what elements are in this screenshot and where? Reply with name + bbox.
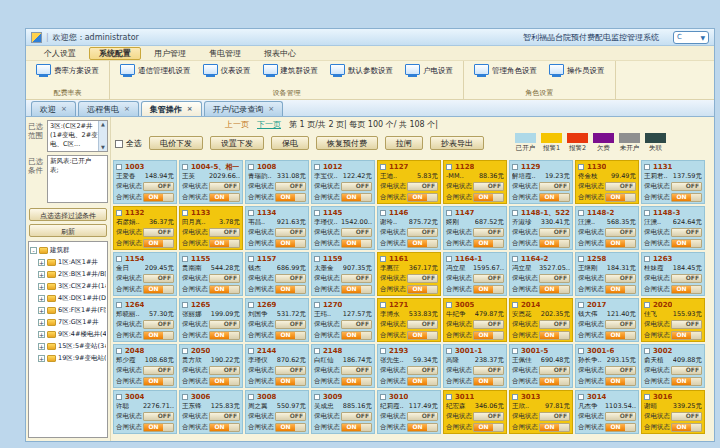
switch-toggle-on[interactable]: ON <box>407 239 438 248</box>
power-protect-toggle-off[interactable]: OFF <box>341 320 372 329</box>
meter-card[interactable]: 1130佟金枝99.49元保电状态OFF合闸状态ON <box>575 160 639 204</box>
power-protect-toggle-off[interactable]: OFF <box>143 412 174 421</box>
select-all[interactable]: 全选 <box>115 138 142 149</box>
tree-root[interactable]: -建筑群 <box>30 244 106 256</box>
card-checkbox[interactable] <box>578 256 584 262</box>
power-protect-toggle-off[interactable]: OFF <box>473 320 504 329</box>
card-checkbox[interactable] <box>512 302 518 308</box>
power-protect-toggle-off[interactable]: OFF <box>143 366 174 375</box>
power-protect-toggle-off[interactable]: OFF <box>671 412 702 421</box>
switch-toggle-on[interactable]: ON <box>275 423 306 432</box>
power-protect-toggle-off[interactable]: OFF <box>473 228 504 237</box>
meter-card[interactable]: 1146谢玲..875.72元保电状态OFF合闸状态ON <box>377 206 441 250</box>
card-checkbox[interactable] <box>314 394 320 400</box>
meter-card[interactable]: 1134韦昌..921.63元保电状态OFF合闸状态ON <box>245 206 309 250</box>
selected-range-box[interactable]: 3区:(C区2#井 (1#变电、2#变电、C区... ▲▼ <box>47 120 108 152</box>
switch-toggle-on[interactable]: ON <box>209 285 240 294</box>
meter-card[interactable]: 3014凡杰争1103.54..保电状态OFF合闸状态ON <box>575 390 639 434</box>
meter-card[interactable]: 1148-2汪漂..568.35元保电状态OFF合闸状态ON <box>575 206 639 250</box>
power-protect-toggle-off[interactable]: OFF <box>341 366 372 375</box>
meter-card[interactable]: 1129解培霞..19.23元保电状态OFF合闸状态ON <box>509 160 573 204</box>
power-protect-toggle-off[interactable]: OFF <box>209 412 240 421</box>
switch-toggle-on[interactable]: ON <box>341 193 372 202</box>
card-checkbox[interactable] <box>116 394 122 400</box>
switch-toggle-on[interactable]: ON <box>539 239 570 248</box>
meter-card[interactable]: 1148-3汪漂..624.64元保电状态OFF合闸状态ON <box>641 206 705 250</box>
switch-toggle-on[interactable]: ON <box>209 423 240 432</box>
expand-icon[interactable]: + <box>38 355 45 362</box>
card-checkbox[interactable] <box>446 164 452 170</box>
power-protect-toggle-off[interactable]: OFF <box>473 366 504 375</box>
switch-toggle-on[interactable]: ON <box>275 331 306 340</box>
card-checkbox[interactable] <box>578 164 584 170</box>
switch-toggle-on[interactable]: ON <box>605 193 636 202</box>
power-protect-toggle-off[interactable]: OFF <box>671 320 702 329</box>
power-protect-toggle-off[interactable]: OFF <box>407 366 438 375</box>
switch-toggle-on[interactable]: ON <box>275 285 306 294</box>
power-protect-toggle-off[interactable]: OFF <box>539 274 570 283</box>
toolbar-button[interactable]: 恢复预付费 <box>316 136 378 150</box>
expand-icon[interactable]: + <box>38 307 45 314</box>
menu-tab[interactable]: 个人设置 <box>34 47 86 60</box>
switch-toggle-on[interactable]: ON <box>539 285 570 294</box>
scrollbar[interactable]: ▲▼ <box>98 121 107 151</box>
card-checkbox[interactable] <box>446 348 452 354</box>
meter-card[interactable]: 1164-2冯立星3527.05..保电状态OFF合闸状态ON <box>509 252 573 296</box>
meter-card[interactable]: 3006王东锋125.83元保电状态OFF合闸状态ON <box>179 390 243 434</box>
toolbar-button[interactable]: 拉闸 <box>385 136 423 150</box>
meter-card[interactable]: 3009吴成忠885.16元保电状态OFF合闸状态ON <box>311 390 375 434</box>
meter-card[interactable]: 1003王爱春148.94元保电状态OFF合闸状态ON <box>113 160 177 204</box>
meter-card[interactable]: 2193张先生..59.34元保电状态OFF合闸状态ON <box>377 344 441 388</box>
close-icon[interactable]: × <box>61 105 67 113</box>
power-protect-toggle-off[interactable]: OFF <box>209 320 240 329</box>
switch-toggle-on[interactable]: ON <box>473 423 504 432</box>
select-all-checkbox[interactable] <box>115 140 123 148</box>
meter-card[interactable]: 1161李惠茳367.17元保电状态OFF合闸状态ON <box>377 252 441 296</box>
switch-toggle-on[interactable]: ON <box>143 423 174 432</box>
next-page-link[interactable]: 下一页 <box>257 119 281 130</box>
power-protect-toggle-off[interactable]: OFF <box>605 274 636 283</box>
switch-toggle-on[interactable]: ON <box>605 285 636 294</box>
meter-card[interactable]: 2014安恩花202.35元保电状态OFF合闸状态ON <box>509 298 573 342</box>
power-protect-toggle-off[interactable]: OFF <box>209 228 240 237</box>
tree-item[interactable]: +15区:5#变站(3#... <box>30 340 106 352</box>
switch-toggle-on[interactable]: ON <box>407 423 438 432</box>
meter-card[interactable]: 2144李瑾仪870.62元保电状态OFF合闸状态ON <box>245 344 309 388</box>
power-protect-toggle-off[interactable]: OFF <box>671 366 702 375</box>
switch-toggle-on[interactable]: ON <box>341 377 372 386</box>
switch-toggle-on[interactable]: ON <box>143 331 174 340</box>
switch-toggle-on[interactable]: ON <box>209 193 240 202</box>
meter-card[interactable]: 1012李宝仪..122.42元保电状态OFF合闸状态ON <box>311 160 375 204</box>
card-checkbox[interactable] <box>182 302 188 308</box>
card-checkbox[interactable] <box>380 164 386 170</box>
meter-card[interactable]: 1157钱杰686.99元保电状态OFF合闸状态ON <box>245 252 309 296</box>
power-protect-toggle-off[interactable]: OFF <box>143 228 174 237</box>
card-checkbox[interactable] <box>380 210 386 216</box>
power-protect-toggle-off[interactable]: OFF <box>473 274 504 283</box>
ribbon-button[interactable]: 操作员设置 <box>543 64 611 78</box>
filter-select-button[interactable]: 点选选择过滤条件 <box>29 208 107 221</box>
tree-item[interactable]: +1区:A区1#井 <box>30 256 106 268</box>
card-checkbox[interactable] <box>380 394 386 400</box>
power-protect-toggle-off[interactable]: OFF <box>605 366 636 375</box>
meter-card[interactable]: 1164-1冯立星1595.67..保电状态OFF合闸状态ON <box>443 252 507 296</box>
switch-toggle-on[interactable]: ON <box>473 285 504 294</box>
power-protect-toggle-off[interactable]: OFF <box>407 182 438 191</box>
switch-toggle-on[interactable]: ON <box>605 423 636 432</box>
meter-card[interactable]: 1154金日209.45元保电状态OFF合闸状态ON <box>113 252 177 296</box>
power-protect-toggle-off[interactable]: OFF <box>671 274 702 283</box>
switch-toggle-on[interactable]: ON <box>209 377 240 386</box>
meter-card[interactable]: 3001-1高隆238.37元保电状态OFF合闸状态ON <box>443 344 507 388</box>
expand-icon[interactable]: + <box>38 331 45 338</box>
meter-card[interactable]: 1148-1、522齐淑珍330.41元保电状态OFF合闸状态ON <box>509 206 573 250</box>
power-protect-toggle-off[interactable]: OFF <box>605 228 636 237</box>
card-checkbox[interactable] <box>182 210 188 216</box>
switch-toggle-on[interactable]: ON <box>209 331 240 340</box>
meter-card[interactable]: 1128-MM..88.36元保电状态OFF合闸状态ON <box>443 160 507 204</box>
prev-page-link[interactable]: 上一页 <box>225 119 249 130</box>
toolbar-button[interactable]: 保电 <box>271 136 309 150</box>
card-checkbox[interactable] <box>578 210 584 216</box>
power-protect-toggle-off[interactable]: OFF <box>539 182 570 191</box>
switch-toggle-on[interactable]: ON <box>473 377 504 386</box>
collapse-icon[interactable]: - <box>30 247 37 254</box>
